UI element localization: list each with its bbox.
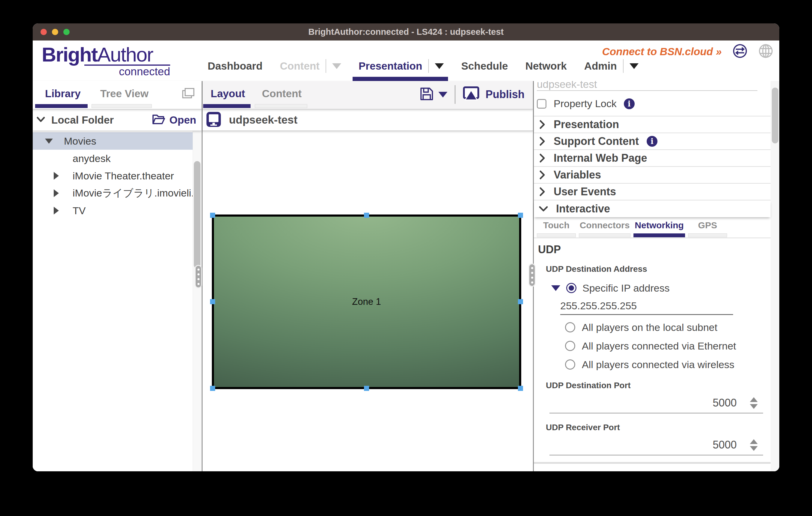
section-interactive[interactable]: Interactive xyxy=(534,201,771,217)
stepper-down-icon[interactable] xyxy=(750,446,758,451)
option-ethernet: All players connected via Ethernet xyxy=(565,340,771,352)
local-subnet-radio[interactable] xyxy=(565,322,575,332)
stepper-icon[interactable] xyxy=(750,439,758,451)
tree-row-imovie-library[interactable]: iMovieライブラリ.imovieli... xyxy=(33,184,202,202)
tab-tree-view[interactable]: Tree View xyxy=(100,88,148,100)
tab-connectors[interactable]: Connectors xyxy=(579,220,631,237)
chevron-down-icon xyxy=(539,205,548,212)
udp-receiver-port-label: UDP Receiver Port xyxy=(546,422,771,433)
open-button[interactable]: Open xyxy=(170,114,196,126)
udp-destination-port-row: 5000 xyxy=(549,395,763,414)
specific-ip-radio[interactable] xyxy=(566,283,576,293)
zone-1[interactable]: Zone 1 xyxy=(212,214,521,389)
wireless-radio[interactable] xyxy=(565,359,575,370)
stepper-down-icon[interactable] xyxy=(750,404,758,409)
app-window: BrightAuthor:connected - LS424 : udpseek… xyxy=(33,23,779,471)
stepper-icon[interactable] xyxy=(750,397,758,409)
nav-presentation[interactable]: Presentation xyxy=(358,60,422,72)
info-icon[interactable]: i xyxy=(647,136,658,147)
tab-networking[interactable]: Networking xyxy=(634,220,685,237)
section-support-content[interactable]: Support Content i xyxy=(534,133,771,150)
tree-collapsed-icon[interactable] xyxy=(54,207,59,214)
section-label: User Events xyxy=(554,185,616,198)
udp-destination-port-input[interactable]: 5000 xyxy=(713,397,737,409)
specific-ip-label: Specific IP address xyxy=(582,282,669,294)
presentation-name-field[interactable]: udpseek-test xyxy=(537,81,757,91)
nav-admin[interactable]: Admin xyxy=(584,60,617,72)
tab-library[interactable]: Library xyxy=(45,88,81,100)
publish-button[interactable]: Publish xyxy=(486,88,525,101)
section-variables[interactable]: Variables xyxy=(534,167,771,184)
section-presentation[interactable]: Presentation xyxy=(534,116,771,133)
property-lock-checkbox[interactable] xyxy=(537,99,546,109)
connect-bsn-link[interactable]: Connect to BSN.cloud » xyxy=(602,45,722,58)
inspector-splitter-handle[interactable] xyxy=(528,264,535,287)
tree-collapsed-icon[interactable] xyxy=(54,172,59,180)
logo-wordmark: BrightAuthor xyxy=(42,44,170,65)
nav-content[interactable]: Content xyxy=(280,60,320,72)
udp-ip-address-input[interactable]: 255.255.255.255 xyxy=(560,300,733,315)
publish-icon[interactable] xyxy=(463,86,480,103)
nav-schedule[interactable]: Schedule xyxy=(461,60,508,72)
chevron-down-icon[interactable] xyxy=(435,63,444,69)
panel-detach-icon[interactable] xyxy=(182,87,195,101)
zone-resize-handle[interactable] xyxy=(210,386,215,391)
section-internal-web-page[interactable]: Internal Web Page xyxy=(534,150,771,167)
tab-gps[interactable]: GPS xyxy=(688,220,727,237)
media-tree: Movies anydesk iMovie Theater.theater iM… xyxy=(33,130,202,471)
zone-resize-handle[interactable] xyxy=(210,299,215,304)
tree-collapsed-icon[interactable] xyxy=(54,189,59,197)
transfer-arrows-icon[interactable] xyxy=(732,43,748,60)
zone-resize-handle[interactable] xyxy=(210,213,215,218)
chevron-down-icon[interactable] xyxy=(630,63,639,69)
nav-dashboard[interactable]: Dashboard xyxy=(208,60,263,72)
properties-panel: udpseek-test Property Lock i Presentatio… xyxy=(534,81,779,471)
main-area: Library Tree View Local Folder xyxy=(33,81,779,471)
save-icon[interactable] xyxy=(419,86,434,102)
tree-label: TV xyxy=(72,205,86,217)
option-local-subnet: All players on the local subnet xyxy=(565,321,771,334)
layout-editor: Zone 1 xyxy=(203,131,533,471)
interactive-tabs: Touch Connectors Networking GPS xyxy=(534,217,771,238)
sidebar-scrollbar-thumb[interactable] xyxy=(194,161,200,268)
presentation-name-value: udpseek-test xyxy=(537,81,757,90)
section-user-events[interactable]: User Events xyxy=(534,184,771,201)
zone-resize-handle[interactable] xyxy=(518,386,523,391)
chevron-down-icon[interactable] xyxy=(332,63,341,69)
sidebar-splitter-handle[interactable] xyxy=(195,265,202,288)
tab-touch[interactable]: Touch xyxy=(537,220,576,237)
property-lock-row: Property Lock i xyxy=(537,98,771,110)
open-folder-icon[interactable] xyxy=(152,114,165,126)
display-icon xyxy=(206,111,221,129)
tree-expanded-icon[interactable] xyxy=(45,139,53,144)
nav-network[interactable]: Network xyxy=(525,60,567,72)
zone-resize-handle[interactable] xyxy=(518,213,523,218)
nav-right-cluster: Connect to BSN.cloud » xyxy=(602,43,773,60)
zone-resize-handle[interactable] xyxy=(518,299,523,304)
udp-receiver-port-row: 5000 xyxy=(549,437,763,455)
chevron-down-icon[interactable] xyxy=(36,116,45,124)
option-wireless: All players connected via wireless xyxy=(565,358,771,371)
tab-layout[interactable]: Layout xyxy=(211,88,245,100)
tab-content-underline xyxy=(255,104,307,108)
udp-receiver-port-input[interactable]: 5000 xyxy=(713,438,737,451)
zone-resize-handle[interactable] xyxy=(364,213,369,218)
stepper-up-icon[interactable] xyxy=(750,439,758,444)
section-label: Interactive xyxy=(556,203,610,215)
tab-content[interactable]: Content xyxy=(262,88,301,100)
info-icon[interactable]: i xyxy=(624,98,635,109)
main-nav: Dashboard Content Presentation Schedule … xyxy=(208,51,639,81)
tree-row-anydesk[interactable]: anydesk xyxy=(33,150,202,167)
tree-row-movies[interactable]: Movies xyxy=(33,132,202,150)
inspector-scrollbar-thumb[interactable] xyxy=(772,88,778,143)
stepper-up-icon[interactable] xyxy=(750,397,758,402)
zone-resize-handle[interactable] xyxy=(364,386,369,391)
globe-icon[interactable] xyxy=(758,43,773,60)
dropdown-triangle-icon[interactable] xyxy=(551,285,560,291)
tree-row-imovie-theater[interactable]: iMovie Theater.theater xyxy=(33,167,202,184)
zone-label: Zone 1 xyxy=(352,296,381,307)
save-options-chevron-icon[interactable] xyxy=(438,92,447,97)
ethernet-radio[interactable] xyxy=(565,341,575,351)
chevron-right-icon xyxy=(539,187,546,196)
tree-row-tv[interactable]: TV xyxy=(33,202,202,219)
